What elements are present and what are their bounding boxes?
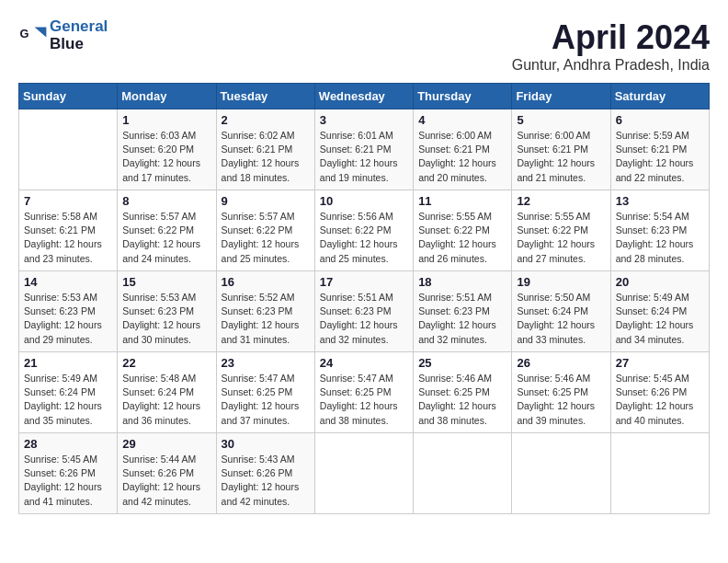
calendar-cell: 2Sunrise: 6:02 AM Sunset: 6:21 PM Daylig… — [216, 109, 314, 190]
location: Guntur, Andhra Pradesh, India — [512, 57, 710, 74]
day-info: Sunrise: 5:47 AM Sunset: 6:25 PM Dayligh… — [222, 372, 310, 428]
calendar-week-row: 28Sunrise: 5:45 AM Sunset: 6:26 PM Dayli… — [19, 433, 710, 514]
day-number: 28 — [24, 437, 112, 451]
day-info: Sunrise: 5:49 AM Sunset: 6:24 PM Dayligh… — [24, 372, 112, 428]
calendar-cell: 10Sunrise: 5:56 AM Sunset: 6:22 PM Dayli… — [314, 190, 413, 271]
day-info: Sunrise: 5:53 AM Sunset: 6:23 PM Dayligh… — [122, 291, 210, 347]
column-header-friday: Friday — [512, 84, 610, 109]
calendar-cell: 22Sunrise: 5:48 AM Sunset: 6:24 PM Dayli… — [118, 352, 216, 433]
calendar-cell: 25Sunrise: 5:46 AM Sunset: 6:25 PM Dayli… — [414, 352, 512, 433]
day-number: 18 — [418, 275, 506, 289]
day-info: Sunrise: 5:50 AM Sunset: 6:24 PM Dayligh… — [517, 291, 605, 347]
day-number: 3 — [320, 113, 408, 127]
title-block: April 2024 Guntur, Andhra Pradesh, India — [512, 18, 710, 74]
day-number: 1 — [122, 113, 210, 127]
day-info: Sunrise: 5:46 AM Sunset: 6:25 PM Dayligh… — [517, 372, 605, 428]
column-header-monday: Monday — [118, 84, 216, 109]
day-number: 20 — [616, 275, 704, 289]
logo-icon: G — [18, 21, 48, 51]
day-info: Sunrise: 5:51 AM Sunset: 6:23 PM Dayligh… — [418, 291, 506, 347]
calendar-cell: 14Sunrise: 5:53 AM Sunset: 6:23 PM Dayli… — [19, 271, 118, 352]
calendar-cell: 29Sunrise: 5:44 AM Sunset: 6:26 PM Dayli… — [118, 433, 216, 514]
day-info: Sunrise: 5:49 AM Sunset: 6:24 PM Dayligh… — [616, 291, 704, 347]
column-header-tuesday: Tuesday — [216, 84, 314, 109]
day-info: Sunrise: 6:01 AM Sunset: 6:21 PM Dayligh… — [320, 129, 408, 185]
calendar-cell: 16Sunrise: 5:52 AM Sunset: 6:23 PM Dayli… — [216, 271, 314, 352]
calendar-cell: 5Sunrise: 6:00 AM Sunset: 6:21 PM Daylig… — [512, 109, 610, 190]
page-header: G General Blue April 2024 Guntur, Andhra… — [18, 18, 710, 74]
day-number: 25 — [418, 356, 506, 370]
day-number: 19 — [517, 275, 605, 289]
calendar-cell: 8Sunrise: 5:57 AM Sunset: 6:22 PM Daylig… — [118, 190, 216, 271]
calendar-table: SundayMondayTuesdayWednesdayThursdayFrid… — [18, 83, 710, 514]
day-info: Sunrise: 5:48 AM Sunset: 6:24 PM Dayligh… — [122, 372, 210, 428]
svg-text:G: G — [20, 26, 29, 40]
calendar-cell: 26Sunrise: 5:46 AM Sunset: 6:25 PM Dayli… — [512, 352, 610, 433]
day-info: Sunrise: 5:59 AM Sunset: 6:21 PM Dayligh… — [616, 129, 704, 185]
day-info: Sunrise: 5:57 AM Sunset: 6:22 PM Dayligh… — [122, 210, 210, 266]
day-number: 10 — [320, 194, 408, 208]
day-number: 6 — [616, 113, 704, 127]
month-title: April 2024 — [512, 18, 710, 57]
calendar-cell: 3Sunrise: 6:01 AM Sunset: 6:21 PM Daylig… — [314, 109, 413, 190]
calendar-cell: 27Sunrise: 5:45 AM Sunset: 6:26 PM Dayli… — [610, 352, 709, 433]
day-number: 4 — [418, 113, 506, 127]
day-info: Sunrise: 6:00 AM Sunset: 6:21 PM Dayligh… — [418, 129, 506, 185]
calendar-cell: 24Sunrise: 5:47 AM Sunset: 6:25 PM Dayli… — [314, 352, 413, 433]
day-number: 5 — [517, 113, 605, 127]
day-number: 8 — [122, 194, 210, 208]
calendar-cell: 9Sunrise: 5:57 AM Sunset: 6:22 PM Daylig… — [216, 190, 314, 271]
calendar-cell — [414, 433, 512, 514]
calendar-cell: 20Sunrise: 5:49 AM Sunset: 6:24 PM Dayli… — [610, 271, 709, 352]
day-number: 27 — [616, 356, 704, 370]
day-info: Sunrise: 5:54 AM Sunset: 6:23 PM Dayligh… — [616, 210, 704, 266]
calendar-cell: 18Sunrise: 5:51 AM Sunset: 6:23 PM Dayli… — [414, 271, 512, 352]
day-info: Sunrise: 5:58 AM Sunset: 6:21 PM Dayligh… — [24, 210, 112, 266]
logo: G General Blue — [18, 18, 108, 52]
calendar-cell: 28Sunrise: 5:45 AM Sunset: 6:26 PM Dayli… — [19, 433, 118, 514]
day-info: Sunrise: 5:46 AM Sunset: 6:25 PM Dayligh… — [418, 372, 506, 428]
day-info: Sunrise: 5:45 AM Sunset: 6:26 PM Dayligh… — [616, 372, 704, 428]
day-number: 23 — [222, 356, 310, 370]
calendar-cell: 4Sunrise: 6:00 AM Sunset: 6:21 PM Daylig… — [414, 109, 512, 190]
calendar-cell — [610, 433, 709, 514]
calendar-cell: 12Sunrise: 5:55 AM Sunset: 6:22 PM Dayli… — [512, 190, 610, 271]
calendar-cell: 11Sunrise: 5:55 AM Sunset: 6:22 PM Dayli… — [414, 190, 512, 271]
day-info: Sunrise: 5:47 AM Sunset: 6:25 PM Dayligh… — [320, 372, 408, 428]
calendar-cell: 23Sunrise: 5:47 AM Sunset: 6:25 PM Dayli… — [216, 352, 314, 433]
column-header-sunday: Sunday — [19, 84, 118, 109]
column-header-thursday: Thursday — [414, 84, 512, 109]
day-number: 12 — [517, 194, 605, 208]
day-info: Sunrise: 5:45 AM Sunset: 6:26 PM Dayligh… — [24, 453, 112, 509]
calendar-cell: 30Sunrise: 5:43 AM Sunset: 6:26 PM Dayli… — [216, 433, 314, 514]
day-number: 13 — [616, 194, 704, 208]
day-info: Sunrise: 6:03 AM Sunset: 6:20 PM Dayligh… — [122, 129, 210, 185]
day-number: 29 — [122, 437, 210, 451]
day-number: 22 — [122, 356, 210, 370]
day-info: Sunrise: 5:43 AM Sunset: 6:26 PM Dayligh… — [222, 453, 310, 509]
calendar-cell: 17Sunrise: 5:51 AM Sunset: 6:23 PM Dayli… — [314, 271, 413, 352]
day-info: Sunrise: 5:44 AM Sunset: 6:26 PM Dayligh… — [122, 453, 210, 509]
svg-marker-1 — [35, 27, 47, 37]
day-number: 30 — [222, 437, 310, 451]
calendar-cell: 13Sunrise: 5:54 AM Sunset: 6:23 PM Dayli… — [610, 190, 709, 271]
calendar-week-row: 1Sunrise: 6:03 AM Sunset: 6:20 PM Daylig… — [19, 109, 710, 190]
day-info: Sunrise: 6:02 AM Sunset: 6:21 PM Dayligh… — [222, 129, 310, 185]
calendar-week-row: 7Sunrise: 5:58 AM Sunset: 6:21 PM Daylig… — [19, 190, 710, 271]
calendar-week-row: 14Sunrise: 5:53 AM Sunset: 6:23 PM Dayli… — [19, 271, 710, 352]
day-number: 7 — [24, 194, 112, 208]
calendar-week-row: 21Sunrise: 5:49 AM Sunset: 6:24 PM Dayli… — [19, 352, 710, 433]
calendar-cell: 19Sunrise: 5:50 AM Sunset: 6:24 PM Dayli… — [512, 271, 610, 352]
column-header-saturday: Saturday — [610, 84, 709, 109]
calendar-cell: 6Sunrise: 5:59 AM Sunset: 6:21 PM Daylig… — [610, 109, 709, 190]
calendar-cell: 15Sunrise: 5:53 AM Sunset: 6:23 PM Dayli… — [118, 271, 216, 352]
day-number: 11 — [418, 194, 506, 208]
day-info: Sunrise: 5:55 AM Sunset: 6:22 PM Dayligh… — [418, 210, 506, 266]
day-info: Sunrise: 5:55 AM Sunset: 6:22 PM Dayligh… — [517, 210, 605, 266]
logo-text: General Blue — [50, 18, 108, 52]
day-number: 16 — [222, 275, 310, 289]
calendar-cell: 7Sunrise: 5:58 AM Sunset: 6:21 PM Daylig… — [19, 190, 118, 271]
calendar-cell — [512, 433, 610, 514]
day-info: Sunrise: 5:56 AM Sunset: 6:22 PM Dayligh… — [320, 210, 408, 266]
day-number: 14 — [24, 275, 112, 289]
